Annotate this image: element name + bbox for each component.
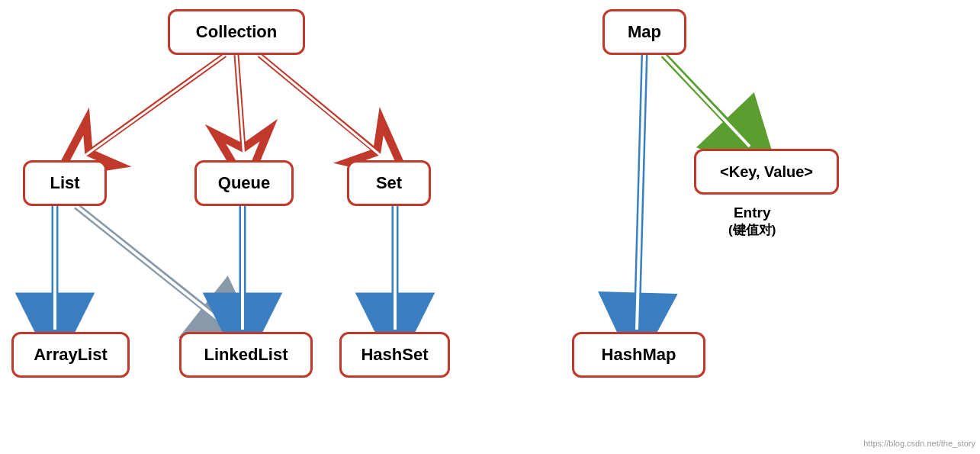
map-node: Map xyxy=(602,9,686,55)
entry-label: Entry (键值对) xyxy=(728,204,776,239)
hashmap-node: HashMap xyxy=(572,332,705,378)
svg-line-15 xyxy=(637,55,644,330)
arraylist-node: ArrayList xyxy=(11,332,130,378)
queue-node: Queue xyxy=(194,160,294,206)
svg-line-2 xyxy=(236,55,244,159)
list-node: List xyxy=(23,160,107,206)
svg-line-1 xyxy=(82,55,225,158)
left-arrows xyxy=(0,0,503,454)
linkedlist-node: LinkedList xyxy=(179,332,313,378)
diagram-container: Collection List Queue Set ArrayList Link… xyxy=(0,0,980,454)
left-diagram: Collection List Queue Set ArrayList Link… xyxy=(0,0,503,454)
svg-line-8 xyxy=(76,206,233,330)
set-node: Set xyxy=(347,160,431,206)
svg-line-3 xyxy=(236,55,244,158)
watermark: https://blog.csdn.net/the_story xyxy=(863,439,975,448)
keyvalue-node: <Key, Value> xyxy=(694,149,839,195)
svg-line-16 xyxy=(664,55,751,147)
svg-line-17 xyxy=(664,55,750,147)
svg-line-4 xyxy=(259,55,385,159)
svg-line-5 xyxy=(259,55,384,158)
svg-line-0 xyxy=(80,55,225,159)
svg-line-9 xyxy=(76,206,231,330)
collection-node: Collection xyxy=(168,9,305,55)
svg-line-14 xyxy=(637,55,644,330)
right-diagram: Map <Key, Value> HashMap Entry (键值对) xyxy=(503,0,980,454)
hashset-node: HashSet xyxy=(339,332,450,378)
